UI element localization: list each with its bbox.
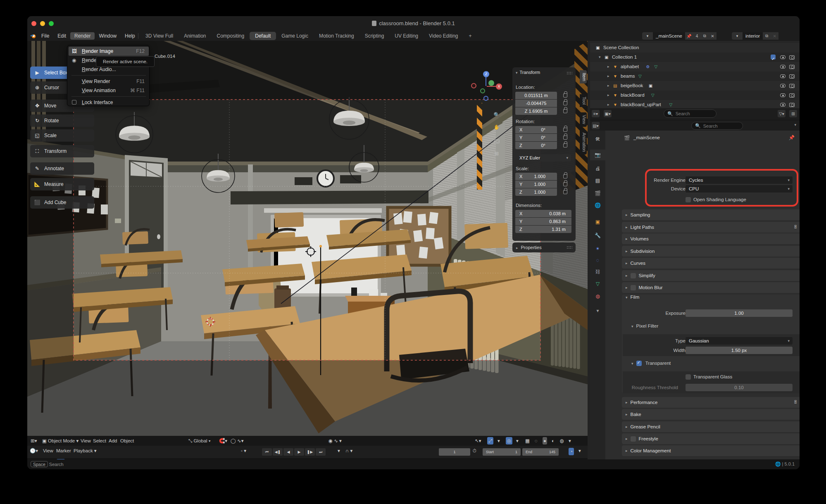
xray-toggle[interactable]: ▦ — [525, 436, 530, 446]
roughness-threshold-slider[interactable]: 0.10 — [686, 384, 793, 391]
scene-icon[interactable]: ▾ — [642, 32, 653, 40]
tool-measure[interactable]: 📐Measure — [30, 178, 94, 190]
workspace-tab-animation[interactable]: Animation — [179, 32, 211, 40]
timeline-editor-icon[interactable]: 🕓▾ — [30, 446, 38, 456]
tab-object[interactable]: ▣ — [590, 216, 605, 227]
shading-rendered[interactable]: ◍ — [560, 436, 564, 446]
transparent-glass-checkbox[interactable] — [686, 374, 691, 380]
properties-search[interactable]: 🔍Search — [691, 122, 743, 130]
play-button[interactable]: ▶ — [294, 448, 304, 456]
viewport-menu-add[interactable]: Add — [109, 436, 117, 446]
scale-field-z[interactable]: Z1.000 — [515, 188, 557, 196]
keying-set-button[interactable]: ◦ ▾ — [241, 446, 246, 456]
section-subdivision[interactable]: ▸Subdivision — [622, 246, 800, 257]
timeline-menu-marker[interactable]: Marker — [56, 446, 71, 456]
lock-icon[interactable] — [563, 93, 567, 97]
lock-icon[interactable] — [563, 101, 567, 105]
workspace-tab--[interactable]: + — [464, 32, 477, 40]
tool-transform[interactable]: ⛶Transform — [30, 145, 94, 157]
mode-dropdown[interactable]: ▣ Object Mode ▾ — [42, 436, 79, 446]
scene-name[interactable]: _mainScene — [653, 32, 685, 40]
auto-key-button[interactable]: ∩ ▾ — [345, 446, 352, 456]
rotation-field-y[interactable]: Y0° — [515, 134, 557, 141]
scene-selector[interactable]: ▾ _mainScene 📌 4 ⧉ ✕ — [642, 32, 717, 40]
film-panel-header[interactable]: ▾Film — [622, 295, 800, 305]
tab-output[interactable]: 🖨 — [590, 163, 605, 174]
proportional-edit-toggle[interactable]: ◯ ∿▾ — [231, 436, 243, 446]
properties-options-icon[interactable]: ▾ — [794, 123, 796, 127]
section-volumes[interactable]: ▸Volumes — [622, 233, 800, 244]
scale-field-x[interactable]: X1.000 — [515, 173, 557, 180]
workspace-tab-3d-view-full[interactable]: 3D View Full — [140, 32, 179, 40]
pan-hand-icon[interactable]: ✋ — [493, 124, 500, 131]
tabs-overflow[interactable]: ▾ — [590, 305, 605, 316]
menu-item-lock-interface[interactable]: Lock Interface — [69, 98, 149, 107]
section-performance[interactable]: ▸Performance🎚 — [622, 397, 800, 408]
viewport-menu-select[interactable]: Select — [93, 436, 106, 446]
dimensions-field-x[interactable]: X0.038 m — [515, 210, 571, 217]
world-name[interactable]: interior — [743, 32, 763, 40]
lock-icon[interactable] — [563, 109, 567, 113]
properties-collapsed-panel[interactable]: ▸Properties — [512, 242, 576, 252]
current-frame-field[interactable]: 1 — [439, 448, 470, 456]
end-frame-field[interactable]: End145 — [522, 448, 559, 456]
next-keyframe-button[interactable]: ❚▶ — [305, 448, 315, 456]
orientation-dropdown[interactable]: ⤡ Global ▾ — [188, 436, 211, 446]
tool-scale[interactable]: ◱Scale — [30, 129, 94, 142]
outliner-row-beams[interactable]: ▸▼beams▽ — [590, 71, 800, 81]
rotation-field-x[interactable]: X0° — [515, 126, 557, 133]
tab-view-layer[interactable]: ▤ — [590, 175, 605, 186]
workspace-tab-uv-editing[interactable]: UV Editing — [389, 32, 424, 40]
tool-annotate[interactable]: ✎Annotate — [30, 162, 94, 175]
menu-window[interactable]: Window — [95, 32, 121, 40]
outliner-filter-icon[interactable]: ▽▾ — [778, 110, 786, 117]
location-field-1[interactable]: -0.004475 — [515, 100, 557, 107]
properties-editor-type[interactable]: ▤▾ — [592, 122, 600, 129]
outliner-row-scene-collection[interactable]: ▣Scene Collection — [590, 43, 800, 52]
section-curves[interactable]: ▸Curves — [622, 258, 800, 269]
outliner-search[interactable]: 🔍Search — [664, 109, 717, 118]
delete-scene-button[interactable]: ✕ — [709, 32, 717, 40]
menu-help[interactable]: Help — [121, 32, 139, 40]
new-scene-button[interactable]: ⧉ — [701, 32, 709, 40]
tool-add-cube[interactable]: ⬛Add Cube — [30, 196, 94, 209]
tab-scene[interactable]: 🎬 — [590, 188, 605, 199]
shading-material[interactable]: ◐ — [552, 436, 555, 446]
section-color-management[interactable]: ▸Color Management — [622, 445, 800, 456]
new-collection-button[interactable]: ⊞ — [789, 110, 797, 117]
gizmos-toggle[interactable]: ⤢ — [487, 437, 493, 445]
delete-world-button[interactable]: ✕ — [771, 32, 778, 40]
outliner-display-mode[interactable]: ≡▾ — [592, 110, 600, 117]
scale-field-y[interactable]: Y1.000 — [515, 181, 557, 188]
workspace-tab-scripting[interactable]: Scripting — [359, 32, 390, 40]
location-field-0[interactable]: 0.011511 m — [515, 92, 557, 99]
workspace-tab-motion-tracking[interactable]: Motion Tracking — [314, 32, 359, 40]
shading-dropdown[interactable]: ▾ — [569, 436, 571, 446]
sync-button[interactable]: ◔ — [569, 448, 574, 455]
shading-wireframe[interactable]: ◌ — [535, 436, 538, 446]
workspace-tab-compositing[interactable]: Compositing — [212, 32, 250, 40]
pin-scene-icon[interactable]: 📌 — [685, 32, 693, 40]
dimensions-field-z[interactable]: Z1.31 m — [515, 226, 571, 233]
viewport-menu-view[interactable]: View — [81, 436, 91, 446]
snap-toggle[interactable]: 🧲▾ — [219, 436, 227, 446]
world-icon[interactable]: ▾ — [732, 32, 743, 40]
sidebar-tab-tool[interactable]: Tool — [580, 94, 587, 107]
transparent-subheader[interactable]: ▾ Transparent — [628, 361, 671, 366]
tool-rotate[interactable]: ↻Rotate — [30, 114, 94, 127]
workspace-tab-game-logic[interactable]: Game Logic — [276, 32, 314, 40]
menu-file[interactable]: File — [37, 32, 53, 40]
viewport-menu-object[interactable]: Object — [120, 436, 134, 446]
rotation-field-z[interactable]: Z0° — [515, 142, 557, 149]
overlays-toggle[interactable]: ◎ — [506, 437, 512, 445]
falloff-options[interactable]: ◉ ∿ ▾ — [328, 436, 342, 446]
tab-tool[interactable]: 🛠 — [590, 134, 605, 145]
scene-users-count[interactable]: 4 — [693, 32, 701, 40]
navigation-gizmo[interactable]: ZX — [470, 71, 502, 102]
jump-to-end-button[interactable]: ⏭ — [316, 448, 326, 456]
section-freestyle[interactable]: ▸Freestyle — [622, 433, 800, 444]
sidebar-tab-view[interactable]: View — [580, 112, 587, 127]
lock-icon[interactable] — [563, 143, 567, 147]
workspace-tab-default[interactable]: Default — [250, 32, 276, 40]
perspective-toggle-icon[interactable]: ⊞ — [493, 150, 500, 157]
